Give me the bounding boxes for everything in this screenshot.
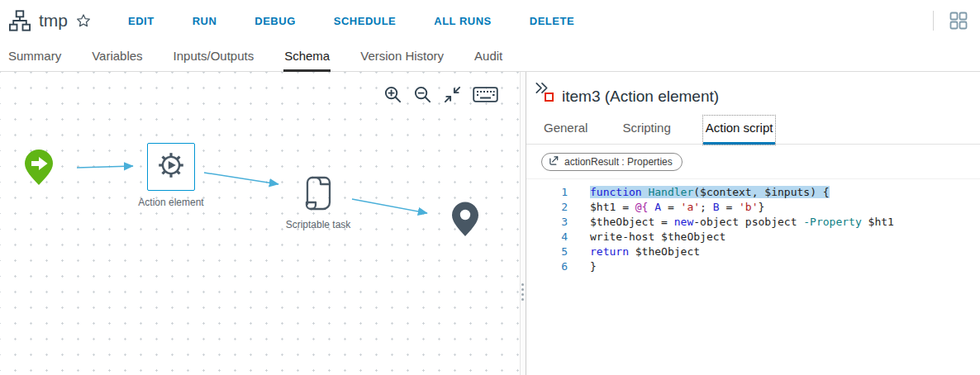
code-line[interactable]: 4write-host $theObject [526, 230, 980, 244]
code-token: -object psobject [693, 216, 803, 228]
content-area: Action element Scriptable task [0, 72, 980, 375]
line-number: 5 [526, 244, 568, 259]
code-token: ; [700, 201, 713, 213]
code-token: return [590, 245, 629, 258]
gear-play-icon [156, 150, 186, 183]
line-number: 2 [526, 200, 568, 215]
workflow-actions-menu: EDIT RUN DEBUG SCHEDULE ALL RUNS DELETE [128, 15, 574, 27]
bindings-row: actionResult : Properties [526, 145, 980, 179]
layout-grid-icon[interactable] [949, 11, 968, 31]
line-number: 4 [526, 230, 568, 244]
tab-summary[interactable]: Summary [7, 41, 62, 72]
action-result-binding-chip[interactable]: actionResult : Properties [541, 153, 683, 171]
code-line[interactable]: 6} [526, 259, 980, 274]
scriptable-task-node[interactable] [301, 173, 334, 217]
line-number: 1 [526, 185, 568, 200]
tab-version-history[interactable]: Version History [359, 41, 445, 72]
workflow-title: tmp [39, 11, 68, 31]
code-token: $theObject [629, 245, 700, 258]
code-token: = [661, 201, 680, 213]
keyboard-shortcuts-icon[interactable] [473, 86, 498, 103]
code-token: $theObject = [590, 216, 674, 228]
zoom-in-icon[interactable] [383, 85, 402, 104]
code-text: write-host $theObject [590, 230, 725, 243]
action-element-label: Action element [123, 197, 219, 208]
fit-to-screen-icon[interactable] [443, 85, 462, 104]
code-text: function Handler($context, $inputs) { [590, 186, 830, 198]
tab-variables[interactable]: Variables [91, 41, 143, 72]
code-token: @{ [635, 201, 649, 213]
debug-button[interactable]: DEBUG [255, 15, 295, 27]
panel-splitter[interactable] [520, 72, 526, 375]
element-inspector-panel: item3 (Action element) General Scripting… [526, 72, 980, 375]
code-token: ($context, $inputs) { [693, 186, 829, 198]
edit-button[interactable]: EDIT [128, 15, 155, 27]
schedule-button[interactable]: SCHEDULE [334, 15, 397, 27]
canvas-zoom-toolbar [383, 85, 498, 104]
line-number: 6 [526, 259, 568, 274]
inspector-title: item3 (Action element) [562, 88, 719, 106]
code-line[interactable]: 5return $theObject [526, 244, 980, 259]
code-line[interactable]: 2$ht1 = @{ A = 'a'; B = 'b'} [526, 200, 980, 215]
topbar-divider [933, 11, 934, 31]
start-node[interactable] [21, 147, 56, 190]
splitter-grip-icon [521, 283, 524, 301]
code-token: } [759, 201, 765, 213]
code-line[interactable]: 1function Handler($context, $inputs) { [526, 185, 980, 200]
line-number: 3 [526, 215, 568, 230]
code-text: $ht1 = @{ A = 'a'; B = 'b'} [590, 201, 764, 213]
code-token: B [713, 201, 720, 213]
inspector-tabbar: General Scripting Action script [526, 106, 980, 145]
code-token: -Property [803, 216, 861, 228]
run-button[interactable]: RUN [193, 15, 217, 27]
code-token: function [590, 186, 642, 198]
workflow-icon [8, 9, 31, 32]
code-text: $theObject = new-object psobject -Proper… [590, 216, 894, 228]
code-line[interactable]: 3$theObject = new-object psobject -Prope… [526, 215, 980, 230]
tab-action-script[interactable]: Action script [703, 116, 776, 145]
binding-chip-label: actionResult : Properties [564, 156, 673, 168]
code-token: = [720, 201, 739, 213]
tab-scripting[interactable]: Scripting [620, 116, 673, 145]
action-element-node[interactable] [147, 143, 195, 191]
code-token: $ht1 = [590, 201, 635, 213]
code-token: Handler [648, 186, 693, 198]
inspector-header: item3 (Action element) [545, 88, 980, 106]
code-token: write-host $theObject [590, 230, 725, 243]
code-token: $ht1 [862, 216, 894, 228]
zoom-out-icon[interactable] [413, 85, 432, 104]
code-text: return $theObject [590, 245, 700, 258]
workflow-tabbar: Summary Variables Inputs/Outputs Schema … [0, 41, 980, 72]
code-token: 'a' [681, 201, 700, 213]
tab-schema[interactable]: Schema [283, 41, 331, 72]
all-runs-button[interactable]: ALL RUNS [434, 15, 491, 27]
workflow-edges [0, 72, 520, 375]
code-token: } [590, 260, 597, 273]
favorite-star-icon[interactable] [75, 12, 92, 29]
code-editor[interactable]: 1function Handler($context, $inputs) {2$… [526, 179, 980, 274]
action-element-selection-box [147, 143, 195, 191]
code-token: A [654, 201, 661, 213]
tab-general[interactable]: General [541, 116, 590, 145]
tab-inputs-outputs[interactable]: Inputs/Outputs [173, 41, 255, 72]
end-node[interactable] [449, 199, 482, 241]
binding-icon [549, 155, 559, 169]
code-text: } [590, 260, 597, 273]
tab-audit[interactable]: Audit [473, 41, 503, 72]
delete-button[interactable]: DELETE [530, 15, 574, 27]
collapse-panel-icon[interactable] [534, 81, 549, 95]
scriptable-task-label: Scriptable task [269, 219, 368, 230]
schema-canvas[interactable]: Action element Scriptable task [0, 72, 520, 375]
topbar: tmp EDIT RUN DEBUG SCHEDULE ALL RUNS DEL… [0, 0, 980, 41]
code-token: new [674, 216, 693, 228]
workflow-editor-app: tmp EDIT RUN DEBUG SCHEDULE ALL RUNS DEL… [0, 0, 980, 375]
code-token: 'b' [739, 201, 758, 213]
